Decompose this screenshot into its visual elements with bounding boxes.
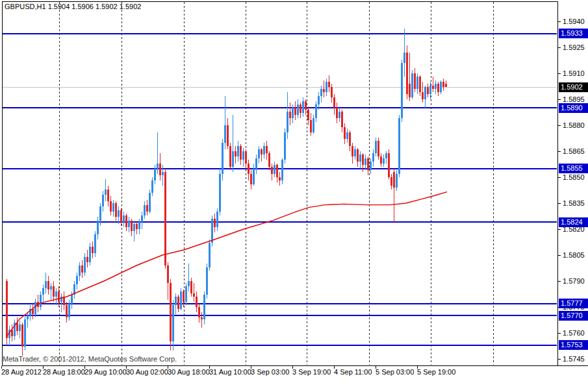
price-tick-label: 1.5940 — [563, 17, 585, 26]
time-tick-label: 5 Sep 03:00 — [376, 367, 414, 376]
price-tick-label: 1.5925 — [563, 43, 585, 52]
price-tick-label: 1.5805 — [563, 251, 585, 260]
time-tick-label: 30 Aug 18:00 — [168, 367, 210, 376]
price-tick-label: 1.5910 — [563, 69, 585, 78]
price-tick-label: 1.5760 — [563, 328, 585, 338]
time-tick-label: 3 Sep 03:00 — [251, 367, 289, 376]
time-tick-label: 30 Aug 02:00 — [126, 367, 168, 376]
current-price-label: 1.5902 — [559, 82, 588, 92]
chart-plot-area[interactable] — [2, 1, 557, 365]
time-tick-label: 3 Sep 19:00 — [292, 367, 331, 376]
copyright-text: MetaTrader, © 2001-2012, MetaQuotes Soft… — [3, 355, 177, 363]
time-tick-label: 4 Sep 11:00 — [334, 367, 372, 376]
chart-title: GBPUSD,H1 1.5904 1.5906 1.5902 1.5902 — [5, 3, 141, 10]
price-tick-label: 1.5850 — [563, 173, 585, 182]
time-tick-label: 31 Aug 10:00 — [209, 367, 251, 376]
time-tick-label: 28 Aug 18:00 — [43, 367, 85, 376]
level-price-label: 1.5824 — [559, 217, 588, 227]
price-tick-label: 1.5865 — [563, 147, 585, 156]
price-tick-label: 1.5880 — [563, 121, 585, 130]
chart-canvas — [0, 0, 588, 381]
level-price-label: 1.5855 — [559, 164, 588, 173]
price-tick-label: 1.5790 — [563, 277, 585, 286]
level-price-label: 1.5933 — [559, 29, 588, 38]
price-tick-label: 1.5895 — [563, 95, 585, 104]
level-price-label: 1.5890 — [559, 103, 588, 113]
level-price-label: 1.5777 — [559, 299, 588, 308]
time-tick-label: 28 Aug 2012 — [1, 367, 42, 376]
mt4-chart-window: GBPUSD,H1 1.5904 1.5906 1.5902 1.5902 Me… — [0, 0, 588, 381]
price-tick-label: 1.5835 — [563, 199, 585, 208]
level-price-label: 1.5753 — [559, 340, 588, 350]
price-tick-label: 1.5745 — [563, 354, 585, 363]
time-tick-label: 29 Aug 10:00 — [84, 367, 127, 376]
time-tick-label: 5 Sep 19:00 — [417, 367, 455, 376]
level-price-label: 1.5770 — [559, 311, 588, 321]
